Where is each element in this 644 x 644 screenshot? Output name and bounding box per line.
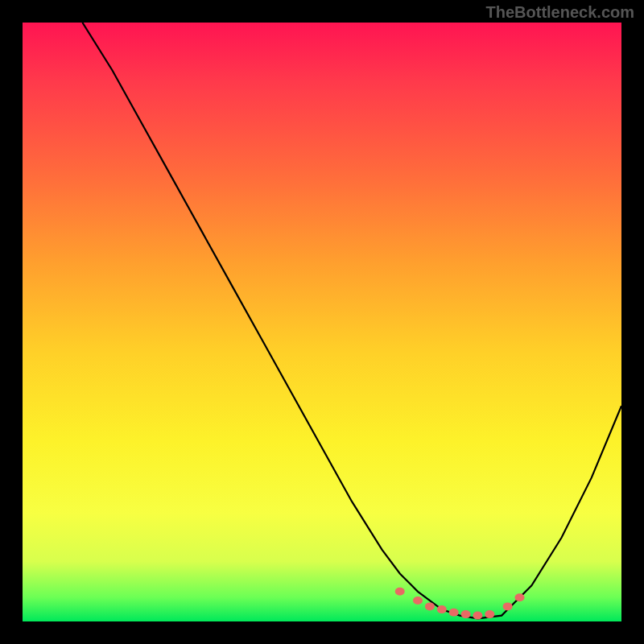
marker-dot — [449, 609, 459, 617]
chart-svg — [23, 23, 621, 621]
marker-dot — [473, 612, 482, 620]
marker-dot — [485, 610, 494, 618]
marker-dot — [503, 602, 513, 610]
bottleneck-curve — [82, 23, 621, 618]
marker-dot — [461, 610, 471, 618]
marker-dot — [425, 602, 435, 610]
marker-dot — [395, 588, 405, 596]
marker-dot — [413, 597, 423, 605]
marker-dot — [515, 593, 525, 601]
marker-dot — [437, 605, 447, 613]
plot-area — [23, 23, 621, 621]
watermark-text: TheBottleneck.com — [486, 3, 634, 22]
